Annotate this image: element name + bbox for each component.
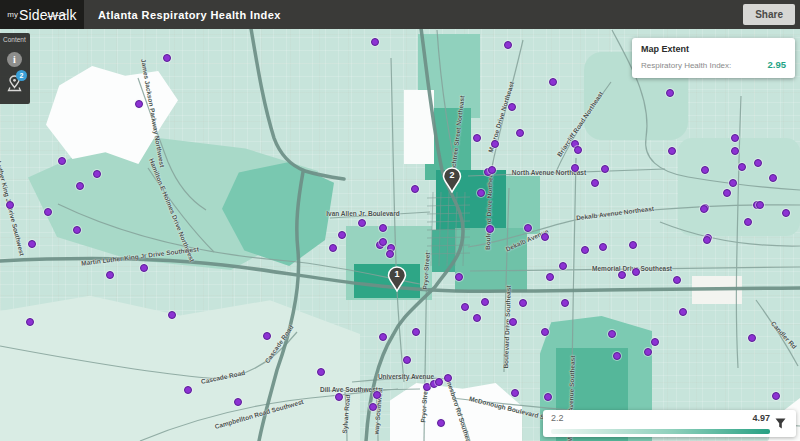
data-point-dot[interactable] xyxy=(738,163,746,171)
data-point-dot[interactable] xyxy=(444,374,452,382)
data-point-dot[interactable] xyxy=(481,298,489,306)
data-point-dot[interactable] xyxy=(629,241,637,249)
logo-main: Sidewalk xyxy=(19,7,77,23)
data-point-dot[interactable] xyxy=(574,146,582,154)
content-panel: Content i 2 xyxy=(0,33,30,104)
data-point-dot[interactable] xyxy=(601,165,609,173)
data-point-dot[interactable] xyxy=(473,134,481,142)
data-point-dot[interactable] xyxy=(317,368,325,376)
share-button[interactable]: Share xyxy=(743,4,795,25)
data-point-dot[interactable] xyxy=(644,348,652,356)
data-point-dot[interactable] xyxy=(411,185,419,193)
data-point-dot[interactable] xyxy=(26,318,34,326)
data-point-dot[interactable] xyxy=(168,311,176,319)
app-window: James Jackson Parkway NorthwestMartin Lu… xyxy=(0,0,800,441)
data-point-dot[interactable] xyxy=(769,174,777,182)
data-point-dot[interactable] xyxy=(613,352,621,360)
data-point-dot[interactable] xyxy=(632,268,640,276)
data-point-dot[interactable] xyxy=(461,303,469,311)
data-point-dot[interactable] xyxy=(263,332,271,340)
data-point-dot[interactable] xyxy=(508,103,516,111)
data-point-dot[interactable] xyxy=(73,226,81,234)
data-point-dot[interactable] xyxy=(477,189,485,197)
data-point-dot[interactable] xyxy=(403,356,411,364)
data-point-dot[interactable] xyxy=(379,238,387,246)
data-point-dot[interactable] xyxy=(559,262,567,270)
data-point-dot[interactable] xyxy=(591,179,599,187)
filter-funnel-icon[interactable] xyxy=(770,418,790,429)
data-point-dot[interactable] xyxy=(666,89,674,97)
data-point-dot[interactable] xyxy=(701,166,709,174)
data-point-dot[interactable] xyxy=(618,271,626,279)
data-point-dot[interactable] xyxy=(386,250,394,258)
data-point-dot[interactable] xyxy=(756,201,764,209)
data-point-dot[interactable] xyxy=(668,147,676,155)
data-point-dot[interactable] xyxy=(524,224,532,232)
data-point-dot[interactable] xyxy=(509,318,517,326)
data-point-dot[interactable] xyxy=(379,333,387,341)
data-point-dot[interactable] xyxy=(581,246,589,254)
data-point-dot[interactable] xyxy=(135,100,143,108)
info-icon[interactable]: i xyxy=(7,52,22,67)
data-point-dot[interactable] xyxy=(544,393,552,401)
data-point-dot[interactable] xyxy=(369,403,377,411)
data-point-dot[interactable] xyxy=(748,334,756,342)
filter-range-slider[interactable] xyxy=(551,429,770,434)
data-point-dot[interactable] xyxy=(561,299,569,307)
data-point-dot[interactable] xyxy=(516,129,524,137)
data-point-dot[interactable] xyxy=(106,271,114,279)
data-point-dot[interactable] xyxy=(455,273,463,281)
data-point-dot[interactable] xyxy=(782,209,790,217)
data-point-dot[interactable] xyxy=(673,276,681,284)
map-marker-1[interactable]: 1 xyxy=(387,266,407,292)
data-point-dot[interactable] xyxy=(571,164,579,172)
data-point-dot[interactable] xyxy=(6,201,14,209)
filter-max-value: 4.97 xyxy=(752,413,770,423)
data-point-dot[interactable] xyxy=(504,41,512,49)
data-point-dot[interactable] xyxy=(731,134,739,142)
data-point-dot[interactable] xyxy=(335,393,343,401)
data-point-dot[interactable] xyxy=(140,264,148,272)
data-point-dot[interactable] xyxy=(358,219,366,227)
data-point-dot[interactable] xyxy=(723,189,731,197)
data-point-dot[interactable] xyxy=(731,147,739,155)
data-point-dot[interactable] xyxy=(679,308,687,316)
data-point-dot[interactable] xyxy=(519,299,527,307)
data-point-dot[interactable] xyxy=(754,159,762,167)
data-point-dot[interactable] xyxy=(599,243,607,251)
data-point-dot[interactable] xyxy=(546,273,554,281)
data-point-dot[interactable] xyxy=(371,38,379,46)
data-point-dot[interactable] xyxy=(437,419,445,427)
data-point-dot[interactable] xyxy=(338,231,346,239)
data-point-dot[interactable] xyxy=(703,236,711,244)
data-point-dot[interactable] xyxy=(491,140,499,148)
data-point-dot[interactable] xyxy=(373,391,381,399)
data-point-dot[interactable] xyxy=(744,218,752,226)
data-point-dot[interactable] xyxy=(435,378,443,386)
data-point-dot[interactable] xyxy=(511,389,519,397)
data-point-dot[interactable] xyxy=(772,392,780,400)
data-point-dot[interactable] xyxy=(28,240,36,248)
data-point-dot[interactable] xyxy=(184,386,192,394)
data-point-dot[interactable] xyxy=(729,179,737,187)
data-point-dot[interactable] xyxy=(651,338,659,346)
mysidewalk-logo[interactable]: mySidewalk xyxy=(0,0,84,29)
data-point-dot[interactable] xyxy=(486,225,494,233)
data-point-dot[interactable] xyxy=(488,166,496,174)
data-point-dot[interactable] xyxy=(93,170,101,178)
data-point-dot[interactable] xyxy=(541,233,549,241)
data-point-dot[interactable] xyxy=(473,314,481,322)
data-point-dot[interactable] xyxy=(58,157,66,165)
data-point-dot[interactable] xyxy=(379,224,387,232)
map-marker-2[interactable]: 2 xyxy=(442,167,462,193)
data-point-dot[interactable] xyxy=(549,78,557,86)
data-point-dot[interactable] xyxy=(44,208,52,216)
data-point-dot[interactable] xyxy=(412,328,420,336)
data-point-dot[interactable] xyxy=(234,398,242,406)
data-point-dot[interactable] xyxy=(608,330,616,338)
data-point-dot[interactable] xyxy=(76,182,84,190)
data-point-dot[interactable] xyxy=(541,328,549,336)
data-point-dot[interactable] xyxy=(329,244,337,252)
data-point-dot[interactable] xyxy=(700,205,708,213)
data-point-dot[interactable] xyxy=(163,54,171,62)
